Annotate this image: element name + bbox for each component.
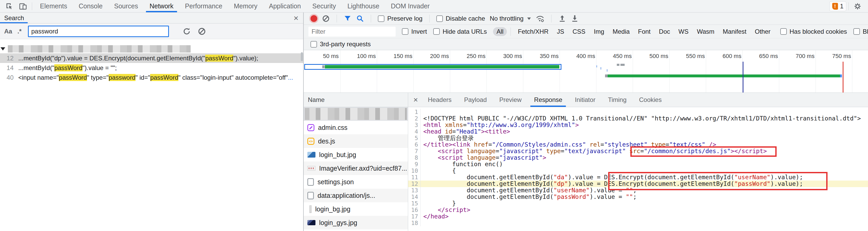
- checkbox[interactable]: [780, 28, 787, 35]
- record-button[interactable]: [310, 15, 317, 22]
- match-highlight: password: [108, 74, 135, 81]
- tab-performance[interactable]: Performance: [179, 0, 228, 12]
- search-result-line-14[interactable]: 14...mentById("passWord").value = "";: [0, 63, 303, 73]
- tab-lighthouse[interactable]: Lighthouse: [342, 0, 385, 12]
- filter-chip-img[interactable]: Img: [590, 27, 608, 36]
- network-conditions-icon[interactable]: [535, 15, 545, 23]
- search-toolbar: Aa .*: [0, 24, 303, 39]
- export-har-icon[interactable]: [571, 15, 579, 23]
- tab-elements[interactable]: Elements: [34, 0, 73, 12]
- code-token: document.getElementById(: [423, 193, 554, 200]
- filter-funnel-icon[interactable]: [344, 15, 351, 23]
- request-row-login-but-jpg[interactable]: login_but.jpg: [304, 148, 408, 162]
- name-column-header[interactable]: Name: [304, 93, 408, 107]
- tab-memory[interactable]: Memory: [228, 0, 263, 12]
- waterfall-queue-tick: [600, 67, 601, 69]
- request-row-imageverifier-axd-uid-ecf87-[interactable]: ImageVerifier.axd?uid=ecf87...: [304, 162, 408, 175]
- filter-chip-manifest[interactable]: Manifest: [719, 27, 750, 36]
- preserve-log-checkbox[interactable]: Preserve log: [378, 15, 423, 22]
- filter-chip-font[interactable]: Font: [634, 27, 654, 36]
- blocked-requests-checkbox[interactable]: Blocked Requests: [854, 28, 868, 35]
- request-row-data-application-js-[interactable]: data:application/js...: [304, 189, 408, 202]
- request-row-login-bg-jpg[interactable]: login_bg.jpg: [304, 202, 408, 216]
- regex-toggle[interactable]: .*: [15, 28, 24, 35]
- search-clear-results-icon[interactable]: [198, 27, 206, 35]
- toolbar-divider: [429, 15, 430, 23]
- network-overview-timeline[interactable]: 50 ms100 ms150 ms200 ms250 ms300 ms350 m…: [304, 50, 868, 93]
- device-toolbar-icon[interactable]: [16, 0, 30, 12]
- code-token: <script: [438, 154, 467, 161]
- filter-chip-media[interactable]: Media: [609, 27, 633, 36]
- filter-chip-css[interactable]: CSS: [569, 27, 589, 36]
- inspect-element-icon[interactable]: [3, 0, 16, 12]
- third-party-checkbox[interactable]: 3rd-party requests: [310, 40, 371, 48]
- checkbox[interactable]: [854, 28, 860, 35]
- search-result-line-12[interactable]: 12...mentById("dp").value = DES.Encrypt(…: [0, 53, 303, 63]
- filter-input[interactable]: [308, 27, 396, 36]
- detail-tab-payload[interactable]: Payload: [458, 93, 493, 107]
- detail-tab-preview[interactable]: Preview: [493, 93, 528, 107]
- tab-network[interactable]: Network: [144, 0, 179, 12]
- detail-close-icon[interactable]: ×: [410, 93, 422, 107]
- checkbox[interactable]: [402, 28, 408, 35]
- import-har-icon[interactable]: [558, 15, 566, 23]
- detail-tab-cookies[interactable]: Cookies: [633, 93, 668, 107]
- search-close-icon[interactable]: ×: [293, 14, 299, 22]
- search-input[interactable]: [28, 26, 169, 37]
- checkbox[interactable]: [433, 28, 440, 35]
- img-dark-file-icon: [307, 220, 315, 225]
- search-refresh-icon[interactable]: [183, 27, 191, 35]
- detail-tab-headers[interactable]: Headers: [422, 93, 458, 107]
- filter-chip-all[interactable]: All: [493, 27, 507, 36]
- waterfall-mini-chip: [620, 64, 625, 66]
- request-row-redacted[interactable]: [304, 107, 408, 121]
- request-row-des-js[interactable]: <>des.js: [304, 134, 408, 148]
- code-token: ).value =: [590, 193, 626, 200]
- line-number: 18: [408, 220, 421, 226]
- hide-data-urls-checkbox[interactable]: Hide data URLs: [433, 28, 487, 35]
- checkbox[interactable]: [310, 41, 317, 48]
- search-result-line-40[interactable]: 40<input name="passWord" type="password"…: [0, 73, 303, 82]
- result-text: ...mentById(": [18, 64, 54, 71]
- tab-security[interactable]: Security: [307, 0, 342, 12]
- tab-sources[interactable]: Sources: [108, 0, 144, 12]
- detail-tab-response[interactable]: Response: [528, 93, 568, 107]
- filter-chip-doc[interactable]: Doc: [655, 27, 674, 36]
- search-scrollbar-thumb[interactable]: [301, 52, 303, 61]
- issues-badge[interactable]: ! 1: [829, 1, 846, 11]
- has-blocked-cookies-checkbox[interactable]: Has blocked cookies: [780, 28, 847, 35]
- has-blocked-cookies-label: Has blocked cookies: [790, 28, 847, 35]
- tab-console[interactable]: Console: [73, 0, 108, 12]
- img-sliver-file-icon: [309, 205, 312, 213]
- waterfall-bar-selected: [325, 65, 559, 68]
- request-row-admin-css[interactable]: admin.css: [304, 121, 408, 134]
- code-token: </script>: [734, 148, 767, 154]
- filter-chip-ws[interactable]: WS: [675, 27, 692, 36]
- settings-gear-icon[interactable]: [851, 2, 864, 10]
- tab-dom-invader[interactable]: DOM Invader: [385, 0, 436, 12]
- filter-chip-other[interactable]: Other: [751, 27, 774, 36]
- match-case-toggle[interactable]: Aa: [2, 28, 15, 35]
- timeline-gridline: [413, 50, 414, 92]
- detail-tab-initiator[interactable]: Initiator: [568, 93, 602, 107]
- clear-network-log-icon[interactable]: [322, 15, 330, 23]
- filter-chip-fetch-xhr[interactable]: Fetch/XHR: [515, 27, 552, 36]
- timeline-tick-label: 250 ms: [467, 53, 485, 60]
- tab-application[interactable]: Application: [263, 0, 307, 12]
- checkbox[interactable]: [436, 16, 443, 22]
- filter-chip-js[interactable]: JS: [554, 27, 568, 36]
- code-token: </script>: [438, 206, 470, 213]
- detail-tab-timing[interactable]: Timing: [602, 93, 633, 107]
- response-code-viewer[interactable]: 12<!DOCTYPE html PUBLIC "-//W3C//DTD XHT…: [408, 107, 868, 231]
- line-number: 11: [408, 174, 421, 180]
- search-file-row[interactable]: [0, 45, 303, 53]
- result-text: ...: [288, 74, 293, 81]
- request-row-login-gys-jpg[interactable]: login_gys.jpg: [304, 216, 408, 229]
- throttling-dropdown[interactable]: No throttling: [490, 15, 531, 22]
- disable-cache-checkbox[interactable]: Disable cache: [436, 15, 485, 22]
- checkbox[interactable]: [378, 16, 384, 22]
- search-network-icon[interactable]: [356, 15, 364, 23]
- invert-checkbox[interactable]: Invert: [402, 28, 427, 35]
- request-row-settings-json[interactable]: settings.json: [304, 175, 408, 189]
- filter-chip-wasm[interactable]: Wasm: [693, 27, 718, 36]
